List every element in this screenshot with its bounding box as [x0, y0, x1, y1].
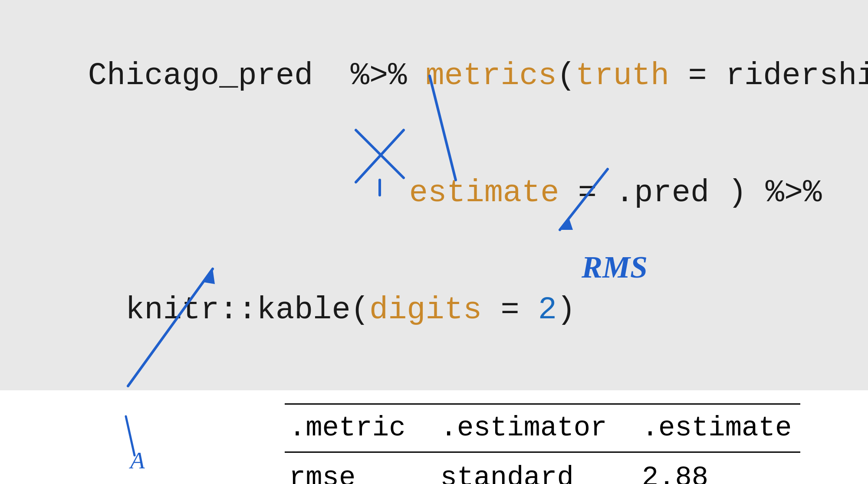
- table-row: rmse standard 2.88: [285, 452, 801, 484]
- cell-estimator-rmse: standard: [436, 452, 638, 484]
- code-paren-open: (: [557, 58, 575, 94]
- code-close-paren: ): [557, 292, 575, 328]
- code-digits-param: digits: [369, 292, 482, 328]
- code-estimate-assign: = .pred ) %>%: [559, 175, 822, 211]
- col-header-estimate: .estimate: [638, 404, 801, 452]
- code-metrics-fn: metrics: [426, 58, 557, 94]
- code-truth-assign: = ridership,: [669, 58, 868, 94]
- cell-metric-rmse: rmse: [285, 452, 436, 484]
- code-line-1: Chicago_pred %>% metrics(truth = ridersh…: [13, 17, 855, 134]
- code-block: Chicago_pred %>% metrics(truth = ridersh…: [0, 0, 868, 390]
- code-estimate-param: estimate: [409, 175, 559, 211]
- code-text-chicago: Chicago_pred %>%: [88, 58, 426, 94]
- cell-estimate-rmse: 2.88: [638, 452, 801, 484]
- col-header-metric: .metric: [285, 404, 436, 452]
- code-line-2: estimate = .pred ) %>%: [13, 134, 855, 252]
- code-line-3: knitr::kable(digits = 2): [13, 252, 855, 369]
- code-equals: =: [482, 292, 538, 328]
- code-truth-param: truth: [575, 58, 669, 94]
- table-header-row: .metric .estimator .estimate: [285, 404, 801, 452]
- col-header-estimator: .estimator: [436, 404, 638, 452]
- code-digits-value: 2: [538, 292, 557, 328]
- code-knitr-text: knitr::kable(: [88, 292, 369, 328]
- table-area: .metric .estimator .estimate rmse standa…: [0, 390, 868, 484]
- metrics-table: .metric .estimator .estimate rmse standa…: [285, 403, 801, 484]
